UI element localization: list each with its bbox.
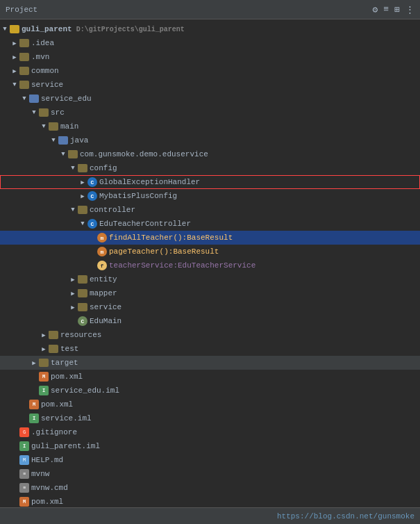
- tree-arrow: [39, 344, 49, 354]
- tree-arrow: [29, 358, 39, 368]
- tree-item[interactable]: service_edu: [0, 92, 420, 106]
- tree-item-label: common: [31, 67, 59, 75]
- tree-arrow: [39, 122, 49, 131]
- tree-item[interactable]: Iservice.iml: [0, 411, 420, 425]
- project-title: Project: [6, 6, 37, 14]
- tree-item-label: guli_parent.iml: [31, 442, 100, 450]
- tree-item-label: controller: [90, 206, 135, 214]
- project-path: D:\gitProjects\guli_parent: [72, 26, 185, 33]
- tree-item[interactable]: mapper: [0, 286, 420, 300]
- tree-item-label: main: [60, 122, 78, 131]
- tree-item[interactable]: src: [0, 106, 420, 120]
- settings-icon[interactable]: ⚙: [373, 4, 378, 15]
- tree-item-label: pom.xml: [41, 400, 73, 409]
- tree-arrow: [19, 400, 29, 409]
- tree-arrow: [68, 163, 78, 173]
- top-bar-icons: ⚙ ≡ ⊞ ⋮: [373, 4, 414, 15]
- tree-item[interactable]: Iguli_parent.iml: [0, 439, 420, 453]
- tree-item[interactable]: mpageTeacher():BaseResult: [0, 245, 420, 259]
- tree-item[interactable]: CGlobalExceptionHandler: [0, 175, 420, 189]
- tree-item[interactable]: main: [0, 120, 420, 133]
- tree-arrow: [68, 205, 78, 215]
- tree-item-label: teacherService:EduTeacherService: [109, 261, 255, 270]
- spring-class-icon: C: [78, 316, 87, 326]
- tree-item[interactable]: config: [0, 161, 420, 175]
- tree-item[interactable]: resources: [0, 328, 420, 342]
- tree-arrow: [58, 149, 68, 159]
- tree-item[interactable]: CEduTeacherController: [0, 217, 420, 231]
- tree-item[interactable]: mfindAllTeacher():BaseResult: [0, 231, 420, 245]
- iml-icon: I: [39, 386, 49, 395]
- tree-item-label: entity: [90, 275, 117, 284]
- tree-item[interactable]: entity: [0, 272, 420, 286]
- tree-arrow: [78, 191, 87, 201]
- tree-item-label: target: [51, 359, 78, 367]
- tree-item-label: guli_parent D:\gitProjects\guli_parent: [22, 25, 185, 33]
- field-icon: f: [97, 261, 107, 270]
- tree-arrow: [68, 275, 78, 284]
- top-bar: Project ⚙ ≡ ⊞ ⋮: [0, 0, 420, 19]
- tree-item-label: mvnw: [31, 470, 49, 478]
- folder-blue-icon: [58, 136, 68, 145]
- tree-item[interactable]: common: [0, 64, 420, 78]
- tree-item-label: EduMain: [90, 317, 121, 325]
- tree-item[interactable]: Mpom.xml: [0, 370, 420, 384]
- tree-item[interactable]: controller: [0, 203, 420, 217]
- collapse-icon[interactable]: ≡: [383, 4, 389, 15]
- tree-item[interactable]: Iservice_edu.iml: [0, 384, 420, 398]
- tree-item-label: MybatisPlusConfig: [99, 192, 177, 200]
- folder-icon: [39, 359, 49, 367]
- tree-arrow: [19, 94, 29, 104]
- class-icon: C: [87, 219, 97, 229]
- tree-item[interactable]: test: [0, 342, 420, 356]
- folder-icon: [49, 345, 58, 353]
- tree-item[interactable]: G.gitignore: [0, 425, 420, 439]
- folder-icon: [49, 331, 58, 339]
- tree-item[interactable]: ≡mvnw.cmd: [0, 481, 420, 495]
- tree-item[interactable]: Mpom.xml: [0, 398, 420, 411]
- tree-item[interactable]: java: [0, 133, 420, 147]
- folder-icon: [19, 67, 29, 75]
- folder-icon: [78, 289, 87, 297]
- tree-item[interactable]: .idea: [0, 36, 420, 50]
- tree-item-label: service: [90, 303, 121, 311]
- tree-item[interactable]: CEduMain: [0, 314, 420, 328]
- tree-item[interactable]: service: [0, 78, 420, 92]
- tree-arrow: [29, 386, 39, 395]
- tree-item[interactable]: fteacherService:EduTeacherService: [0, 259, 420, 272]
- mvnw-icon: ≡: [19, 469, 29, 479]
- tree-item-label: EduTeacherController: [99, 220, 191, 228]
- mvnw-icon: ≡: [19, 483, 29, 493]
- class-icon: C: [87, 191, 97, 201]
- tree-item[interactable]: MHELP.md: [0, 453, 420, 467]
- tree-arrow: [0, 24, 10, 34]
- iml-icon: I: [29, 414, 39, 423]
- folder-icon: [19, 81, 29, 89]
- blog-url[interactable]: https://blog.csdn.net/gunsmoke: [277, 512, 414, 521]
- tree-item-label: service: [31, 81, 63, 89]
- tree-arrow: [49, 136, 58, 145]
- tree-item[interactable]: guli_parent D:\gitProjects\guli_parent: [0, 22, 420, 36]
- folder-icon: [49, 122, 58, 131]
- tree-item[interactable]: ≡mvnw: [0, 467, 420, 481]
- tree-arrow: [19, 414, 29, 423]
- tree-arrow: [68, 316, 78, 326]
- tree-arrow: [29, 372, 39, 382]
- expand-icon[interactable]: ⊞: [394, 4, 400, 15]
- pom-icon: M: [19, 497, 29, 507]
- tree-item[interactable]: service: [0, 300, 420, 314]
- bottom-bar: https://blog.csdn.net/gunsmoke: [0, 507, 420, 524]
- folder-icon: [78, 164, 87, 172]
- tree-item[interactable]: Mpom.xml: [0, 495, 420, 507]
- folder-icon: [19, 39, 29, 47]
- tree-item[interactable]: .mvn: [0, 50, 420, 64]
- tree-item[interactable]: com.gunsmoke.demo.eduservice: [0, 147, 420, 161]
- more-icon[interactable]: ⋮: [405, 4, 414, 15]
- tree-container: guli_parent D:\gitProjects\guli_parent.i…: [0, 19, 420, 507]
- tree-arrow: [78, 177, 87, 187]
- tree-item-label: java: [70, 136, 88, 145]
- tree-item[interactable]: CMybatisPlusConfig: [0, 189, 420, 203]
- tree-arrow: [10, 497, 19, 507]
- tree-item[interactable]: target: [0, 356, 420, 370]
- tree-arrow: [87, 247, 97, 256]
